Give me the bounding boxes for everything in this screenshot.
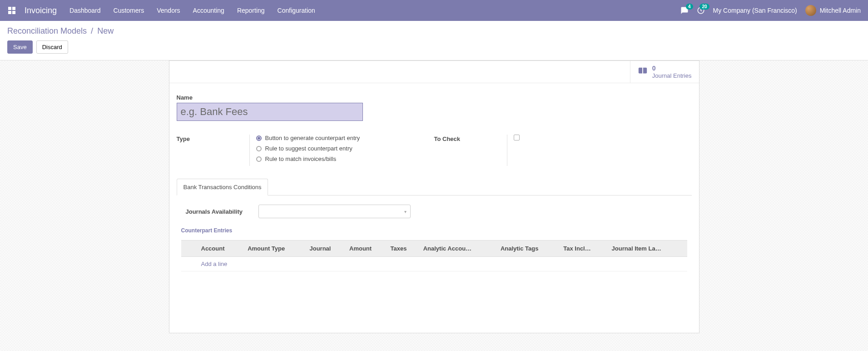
radio-unchecked-icon bbox=[256, 156, 262, 162]
main-menu: Dashboard Customers Vendors Accounting R… bbox=[69, 7, 680, 14]
col-tax-included[interactable]: Tax Incl… bbox=[560, 241, 608, 257]
tab-bar: Bank Transactions Conditions bbox=[177, 179, 692, 196]
breadcrumb-parent[interactable]: Reconciliation Models bbox=[7, 26, 87, 35]
svg-rect-3 bbox=[12, 11, 15, 14]
name-input[interactable] bbox=[177, 103, 363, 121]
radio-unchecked-icon bbox=[256, 146, 262, 151]
chevron-down-icon: ▾ bbox=[404, 209, 407, 214]
svg-rect-0 bbox=[8, 7, 11, 10]
type-option-label: Rule to match invoices/bills bbox=[265, 155, 337, 162]
company-switcher[interactable]: My Company (San Francisco) bbox=[713, 7, 797, 14]
menu-configuration[interactable]: Configuration bbox=[278, 7, 315, 14]
tab-content: Journals Availability ▾ Counterpart Entr… bbox=[177, 196, 692, 281]
menu-vendors[interactable]: Vendors bbox=[157, 7, 180, 14]
stat-value: 0 bbox=[652, 65, 692, 72]
menu-dashboard[interactable]: Dashboard bbox=[69, 7, 101, 14]
activities-icon[interactable]: 20 bbox=[697, 6, 705, 15]
radio-checked-icon bbox=[256, 135, 262, 141]
svg-rect-2 bbox=[8, 11, 11, 14]
button-box: 0 Journal Entries bbox=[169, 61, 699, 83]
menu-customers[interactable]: Customers bbox=[114, 7, 144, 14]
avatar-icon bbox=[805, 5, 816, 16]
breadcrumb-current: New bbox=[97, 26, 114, 35]
book-icon bbox=[638, 66, 648, 78]
type-radio-writeoff-button[interactable]: Button to generate counterpart entry bbox=[256, 135, 434, 141]
type-label: Type bbox=[177, 135, 249, 166]
control-buttons: Save Discard bbox=[7, 40, 861, 54]
top-nav: Invoicing Dashboard Customers Vendors Ac… bbox=[0, 0, 868, 21]
table-row: Add a line bbox=[181, 257, 687, 271]
type-option-label: Button to generate counterpart entry bbox=[265, 135, 360, 141]
content-area[interactable]: 0 Journal Entries Name Type Button to ge… bbox=[0, 60, 868, 351]
apps-icon[interactable] bbox=[7, 6, 16, 15]
messages-badge: 4 bbox=[686, 4, 693, 10]
type-option-label: Rule to suggest counterpart entry bbox=[265, 145, 352, 152]
journals-availability-label: Journals Availability bbox=[181, 208, 245, 215]
name-label: Name bbox=[177, 94, 692, 101]
journal-entries-stat-button[interactable]: 0 Journal Entries bbox=[630, 61, 699, 83]
type-radio-suggestion[interactable]: Rule to suggest counterpart entry bbox=[256, 145, 434, 152]
breadcrumb-separator: / bbox=[91, 26, 93, 35]
to-check-label: To Check bbox=[434, 135, 507, 166]
user-menu[interactable]: Mitchell Admin bbox=[805, 5, 861, 16]
menu-accounting[interactable]: Accounting bbox=[193, 7, 224, 14]
journals-availability-input[interactable]: ▾ bbox=[258, 205, 411, 218]
user-name: Mitchell Admin bbox=[820, 7, 861, 14]
nav-right: 4 20 My Company (San Francisco) Mitchell… bbox=[680, 5, 861, 16]
add-line-link[interactable]: Add a line bbox=[201, 261, 228, 267]
stat-label: Journal Entries bbox=[652, 72, 692, 80]
col-journal-item-label[interactable]: Journal Item La… bbox=[608, 241, 687, 257]
col-handle bbox=[181, 241, 198, 257]
col-amount-type[interactable]: Amount Type bbox=[244, 241, 306, 257]
col-amount[interactable]: Amount bbox=[346, 241, 387, 257]
app-brand[interactable]: Invoicing bbox=[25, 6, 57, 15]
messages-icon[interactable]: 4 bbox=[680, 6, 689, 15]
form-sheet: 0 Journal Entries Name Type Button to ge… bbox=[169, 60, 699, 333]
counterpart-section-title: Counterpart Entries bbox=[181, 227, 687, 234]
col-analytic-account[interactable]: Analytic Accou… bbox=[420, 241, 497, 257]
col-analytic-tags[interactable]: Analytic Tags bbox=[497, 241, 560, 257]
col-account[interactable]: Account bbox=[198, 241, 244, 257]
save-button[interactable]: Save bbox=[7, 40, 33, 54]
col-taxes[interactable]: Taxes bbox=[387, 241, 420, 257]
discard-button[interactable]: Discard bbox=[36, 40, 68, 54]
col-journal[interactable]: Journal bbox=[306, 241, 346, 257]
svg-rect-1 bbox=[12, 7, 15, 10]
activities-badge: 20 bbox=[699, 4, 709, 10]
counterpart-entries-table: Account Amount Type Journal Amount Taxes… bbox=[181, 240, 687, 271]
type-radio-invoice-matching[interactable]: Rule to match invoices/bills bbox=[256, 155, 434, 162]
tab-bank-conditions[interactable]: Bank Transactions Conditions bbox=[177, 179, 268, 196]
menu-reporting[interactable]: Reporting bbox=[237, 7, 265, 14]
control-panel: Reconciliation Models / New Save Discard bbox=[0, 21, 868, 60]
to-check-checkbox[interactable] bbox=[514, 135, 520, 140]
breadcrumb: Reconciliation Models / New bbox=[7, 26, 861, 36]
